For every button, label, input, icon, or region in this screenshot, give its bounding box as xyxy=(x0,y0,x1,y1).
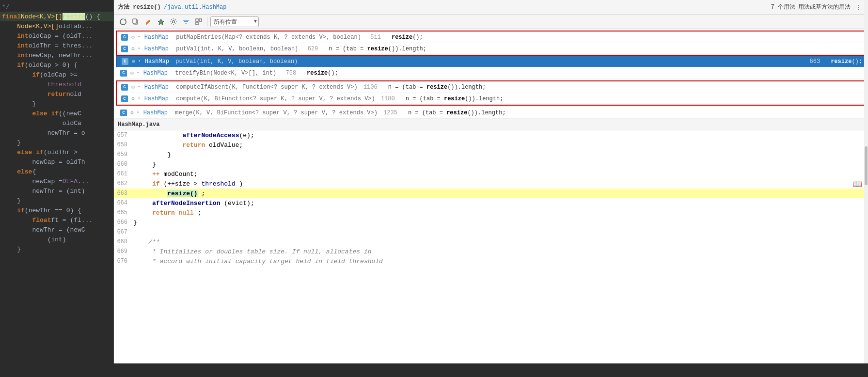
popup-header-left: 方法 resize() /java.util.HashMap xyxy=(118,3,226,11)
code-line-1: Node<K,V>[] oldTab ... xyxy=(0,21,113,31)
usage-code-4: resize(); xyxy=(307,70,862,77)
dot-icon-7: • xyxy=(137,110,140,115)
resize-declaration-line: final Node<K,V>[] resize () { xyxy=(0,12,113,21)
edit-button[interactable] xyxy=(143,16,154,27)
preview-line-662: 662 if (++size > threshold ) xyxy=(114,179,868,188)
usage-class-1: HashMap xyxy=(144,34,169,41)
class-icon-2: C xyxy=(121,45,128,53)
preview-line-667: 667 xyxy=(114,227,868,237)
code-line-threshold: threshold xyxy=(0,79,113,89)
code-line-21: newThr = (newC xyxy=(0,225,113,235)
scrollbar-thumb[interactable] xyxy=(865,146,868,185)
code-line-13: else if (oldThr > xyxy=(0,147,113,157)
usage-line-6: 1180 xyxy=(378,95,395,102)
more-options-button[interactable]: ⋮ xyxy=(853,2,864,13)
dot-icon-6: • xyxy=(138,96,141,101)
usage-label: 用法或基方法的用法 xyxy=(798,3,851,11)
preview-line-669: 669 * Initializes or doubles table size.… xyxy=(114,247,868,256)
gear-icon-7: ⚙ xyxy=(130,110,134,116)
red-group-2: C ⚙ • HashMap computeIfAbsent(K, Functio… xyxy=(116,80,866,106)
expand-button[interactable] xyxy=(193,16,204,27)
usage-line-7: 1235 xyxy=(380,110,397,116)
code-line-8: } xyxy=(0,99,113,109)
usage-item-3[interactable]: C ⚙ • HashMap putVal(int, K, V, boolean,… xyxy=(116,56,866,67)
method-resize: resize xyxy=(63,13,85,20)
class-icon-1: C xyxy=(121,33,128,41)
pin-button[interactable] xyxy=(156,16,166,27)
toolbar-row: 所有位置 ▼ xyxy=(114,15,868,29)
copy-button[interactable] xyxy=(130,16,141,27)
threshold-text: threshold xyxy=(47,81,81,88)
usage-item-2[interactable]: C ⚙ • HashMap putVal(int, K, V, boolean,… xyxy=(117,43,865,55)
usage-list-container: C ⚙ • HashMap putMapEntries(Map<? extend… xyxy=(114,29,868,119)
filter-button[interactable] xyxy=(181,16,191,27)
preview-line-661: 661 ++ modCount; xyxy=(114,169,868,179)
class-icon-5: C xyxy=(121,83,128,91)
preview-line-663: 663 resize() ; xyxy=(114,188,868,198)
usage-method-6: compute(K, BiFunction<? super K, ? super… xyxy=(173,95,375,102)
red-group-1: C ⚙ • HashMap putMapEntries(Map<? extend… xyxy=(116,31,866,56)
code-line-18: } xyxy=(0,196,113,205)
results-area: C ⚙ • HashMap putMapEntries(Map<? extend… xyxy=(114,29,868,363)
usage-method-4: treeifyBin(Node<K, V>[], int) xyxy=(172,70,276,77)
usage-code-7: n = (tab = resize()).length; xyxy=(408,110,862,116)
code-line-4: int newCap, newThr... xyxy=(0,50,113,60)
usage-code-5: n = (tab = resize()).length; xyxy=(388,84,861,91)
svg-rect-6 xyxy=(184,21,188,22)
code-line-15: else { xyxy=(0,167,113,176)
usage-class-6: HashMap xyxy=(144,95,169,102)
preview-line-666: 666 } xyxy=(114,218,868,227)
preview-filename: HashMap.java xyxy=(114,119,868,130)
class-badge-4: C xyxy=(120,70,127,77)
refresh-icon xyxy=(120,18,126,25)
usage-method-1: putMapEntries(Map<? extends K, ? extends… xyxy=(173,34,361,41)
gear-icon-2: ⚙ xyxy=(131,46,135,52)
refresh-button[interactable] xyxy=(118,16,128,27)
code-line-2: int oldCap = (oldT... xyxy=(0,31,113,41)
usage-class-2: HashMap xyxy=(144,46,169,52)
count-label: 7 个用法 xyxy=(771,3,795,11)
usage-method-3: putVal(int, K, V, boolean, boolean) xyxy=(172,58,298,65)
scrollbar[interactable] xyxy=(864,119,868,363)
book-icon: 📖 xyxy=(852,179,862,189)
top-comment-line: */ xyxy=(0,2,113,12)
preview-line-670: 670 * accord with initial capacity targe… xyxy=(114,256,868,266)
code-line-16: newCap = DEFA ... xyxy=(0,176,113,186)
preview-code-area[interactable]: 657 afterNodeAccess(e); 658 return xyxy=(114,130,868,362)
class-icon-7: C xyxy=(120,109,127,117)
usage-item-5[interactable]: C ⚙ • HashMap computeIfAbsent(K, Functio… xyxy=(117,81,865,93)
dot-icon-4: • xyxy=(137,70,140,76)
svg-rect-7 xyxy=(185,23,187,24)
code-line-6: if (oldCap >= xyxy=(0,70,113,79)
class-badge-3: C xyxy=(122,58,128,65)
location-select[interactable]: 所有位置 xyxy=(210,16,259,27)
filter-icon xyxy=(183,18,189,25)
svg-rect-9 xyxy=(199,19,202,21)
usage-item-4[interactable]: C ⚙ • HashMap treeifyBin(Node<K, V>[], i… xyxy=(116,67,866,79)
usage-item-1[interactable]: C ⚙ • HashMap putMapEntries(Map<? extend… xyxy=(117,31,865,43)
gear-icon-6: ⚙ xyxy=(131,95,135,102)
usage-code-6: n = (tab = resize()).length; xyxy=(406,95,861,102)
code-line-14: newCap = oldTh xyxy=(0,157,113,167)
class-badge-1: C xyxy=(121,34,128,41)
gear-icon-5: ⚙ xyxy=(131,84,135,90)
usage-line-5: 1106 xyxy=(361,84,378,91)
pin-icon xyxy=(158,18,164,25)
toolbar-separator xyxy=(207,17,207,26)
code-line-20: float ft = (fl... xyxy=(0,215,113,225)
svg-rect-5 xyxy=(183,20,189,21)
settings-button[interactable] xyxy=(168,16,179,27)
code-line-19: if (newThr == 0) { xyxy=(0,205,113,215)
class-icon-3: C xyxy=(121,58,129,65)
svg-rect-2 xyxy=(133,19,137,23)
right-panel: 方法 resize() /java.util.HashMap 7 个用法 用法或… xyxy=(114,0,868,363)
preview-line-659: 659 } xyxy=(114,150,868,159)
usage-item-7[interactable]: C ⚙ • HashMap merge(K, V, BiFunction<? s… xyxy=(116,107,866,119)
preview-line-657: 657 afterNodeAccess(e); xyxy=(114,130,868,140)
usage-item-6[interactable]: C ⚙ • HashMap compute(K, BiFunction<? su… xyxy=(117,93,865,105)
usage-class-5: HashMap xyxy=(144,84,169,91)
preview-line-660: 660 } xyxy=(114,159,868,169)
path-label: /java.util.HashMap xyxy=(164,4,227,11)
left-code-panel: */ final Node<K,V>[] resize () { Node<K,… xyxy=(0,0,114,363)
code-preview: HashMap.java 657 afterNodeAccess(e); 658 xyxy=(114,119,868,363)
